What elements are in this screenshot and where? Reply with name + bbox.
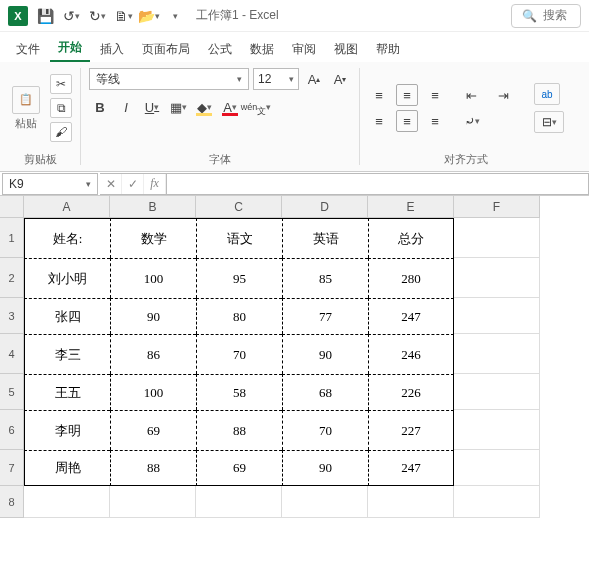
cut-icon[interactable]: ✂: [50, 74, 72, 94]
paste-button[interactable]: 📋 粘贴: [8, 86, 44, 131]
cell-A8[interactable]: [24, 486, 110, 518]
row-header-1[interactable]: 1: [0, 218, 24, 258]
qat-customize-icon[interactable]: ▾: [164, 5, 186, 27]
row-header-6[interactable]: 6: [0, 410, 24, 450]
row-header-3[interactable]: 3: [0, 298, 24, 334]
save-icon[interactable]: 💾: [34, 5, 56, 27]
orientation-icon[interactable]: ⤾▾: [460, 110, 484, 132]
align-top-icon[interactable]: ≡: [368, 84, 390, 106]
cell-D1[interactable]: 英语: [282, 218, 368, 258]
row-header-7[interactable]: 7: [0, 450, 24, 486]
cell-A6[interactable]: 李明: [24, 410, 110, 450]
cell-F3[interactable]: [454, 298, 540, 334]
cell-B3[interactable]: 90: [110, 298, 196, 334]
cell-grid[interactable]: 姓名:数学语文英语总分刘小明1009585280张四908077247李三867…: [24, 218, 540, 518]
cell-D8[interactable]: [282, 486, 368, 518]
cell-C7[interactable]: 69: [196, 450, 282, 486]
row-header-4[interactable]: 4: [0, 334, 24, 374]
row-header-8[interactable]: 8: [0, 486, 24, 518]
italic-button[interactable]: I: [115, 96, 137, 118]
cell-F2[interactable]: [454, 258, 540, 298]
font-size-select[interactable]: 12 ▾: [253, 68, 299, 90]
col-header-F[interactable]: F: [454, 196, 540, 218]
cell-E4[interactable]: 246: [368, 334, 454, 374]
formula-input[interactable]: [167, 173, 589, 195]
cell-F8[interactable]: [454, 486, 540, 518]
align-right-icon[interactable]: ≡: [424, 110, 446, 132]
cell-C5[interactable]: 58: [196, 374, 282, 410]
cell-E5[interactable]: 226: [368, 374, 454, 410]
cell-E3[interactable]: 247: [368, 298, 454, 334]
tab-页面布局[interactable]: 页面布局: [134, 35, 198, 62]
col-header-D[interactable]: D: [282, 196, 368, 218]
cell-E8[interactable]: [368, 486, 454, 518]
align-bottom-icon[interactable]: ≡: [424, 84, 446, 106]
name-box[interactable]: K9 ▾: [2, 173, 98, 195]
tab-文件[interactable]: 文件: [8, 35, 48, 62]
cell-D4[interactable]: 90: [282, 334, 368, 374]
cell-C3[interactable]: 80: [196, 298, 282, 334]
cell-F7[interactable]: [454, 450, 540, 486]
borders-button[interactable]: ▦▾: [167, 96, 189, 118]
cell-B8[interactable]: [110, 486, 196, 518]
cell-E6[interactable]: 227: [368, 410, 454, 450]
cancel-formula-icon[interactable]: ✕: [100, 174, 122, 194]
cell-E7[interactable]: 247: [368, 450, 454, 486]
cell-E2[interactable]: 280: [368, 258, 454, 298]
row-header-2[interactable]: 2: [0, 258, 24, 298]
increase-indent-icon[interactable]: ⇥: [492, 84, 514, 106]
decrease-font-icon[interactable]: A▾: [329, 68, 351, 90]
merge-center-button[interactable]: ⊟▾: [534, 111, 564, 133]
cell-A1[interactable]: 姓名:: [24, 218, 110, 258]
cell-A2[interactable]: 刘小明: [24, 258, 110, 298]
undo-icon[interactable]: ↺▾: [60, 5, 82, 27]
cell-D5[interactable]: 68: [282, 374, 368, 410]
select-all-corner[interactable]: [0, 196, 24, 218]
col-header-E[interactable]: E: [368, 196, 454, 218]
open-folder-icon[interactable]: 📂▾: [138, 5, 160, 27]
bold-button[interactable]: B: [89, 96, 111, 118]
fx-icon[interactable]: fx: [144, 174, 166, 194]
cell-B1[interactable]: 数学: [110, 218, 196, 258]
col-header-B[interactable]: B: [110, 196, 196, 218]
cell-F6[interactable]: [454, 410, 540, 450]
cell-A5[interactable]: 王五: [24, 374, 110, 410]
cell-E1[interactable]: 总分: [368, 218, 454, 258]
cell-C1[interactable]: 语文: [196, 218, 282, 258]
underline-button[interactable]: U▾: [141, 96, 163, 118]
align-center-icon[interactable]: ≡: [396, 110, 418, 132]
align-middle-icon[interactable]: ≡: [396, 84, 418, 106]
tab-数据[interactable]: 数据: [242, 35, 282, 62]
tab-公式[interactable]: 公式: [200, 35, 240, 62]
tab-开始[interactable]: 开始: [50, 33, 90, 62]
cell-A4[interactable]: 李三: [24, 334, 110, 374]
align-left-icon[interactable]: ≡: [368, 110, 390, 132]
col-header-A[interactable]: A: [24, 196, 110, 218]
search-input[interactable]: 🔍 搜索: [511, 4, 581, 28]
copy-icon[interactable]: ⧉: [50, 98, 72, 118]
cell-A7[interactable]: 周艳: [24, 450, 110, 486]
phonetic-button[interactable]: wén文▾: [245, 96, 267, 118]
cell-A3[interactable]: 张四: [24, 298, 110, 334]
col-header-C[interactable]: C: [196, 196, 282, 218]
wrap-text-button[interactable]: ab: [534, 83, 560, 105]
cell-B2[interactable]: 100: [110, 258, 196, 298]
cell-B6[interactable]: 69: [110, 410, 196, 450]
cell-D2[interactable]: 85: [282, 258, 368, 298]
increase-font-icon[interactable]: A▴: [303, 68, 325, 90]
fill-color-button[interactable]: ◆▾: [193, 96, 215, 118]
cell-C6[interactable]: 88: [196, 410, 282, 450]
enter-formula-icon[interactable]: ✓: [122, 174, 144, 194]
cell-C4[interactable]: 70: [196, 334, 282, 374]
cell-D6[interactable]: 70: [282, 410, 368, 450]
cell-B5[interactable]: 100: [110, 374, 196, 410]
tab-审阅[interactable]: 审阅: [284, 35, 324, 62]
cell-B4[interactable]: 86: [110, 334, 196, 374]
cell-F4[interactable]: [454, 334, 540, 374]
redo-icon[interactable]: ↻▾: [86, 5, 108, 27]
new-file-icon[interactable]: 🗎▾: [112, 5, 134, 27]
cell-C8[interactable]: [196, 486, 282, 518]
font-name-select[interactable]: 等线 ▾: [89, 68, 249, 90]
tab-视图[interactable]: 视图: [326, 35, 366, 62]
cell-F1[interactable]: [454, 218, 540, 258]
